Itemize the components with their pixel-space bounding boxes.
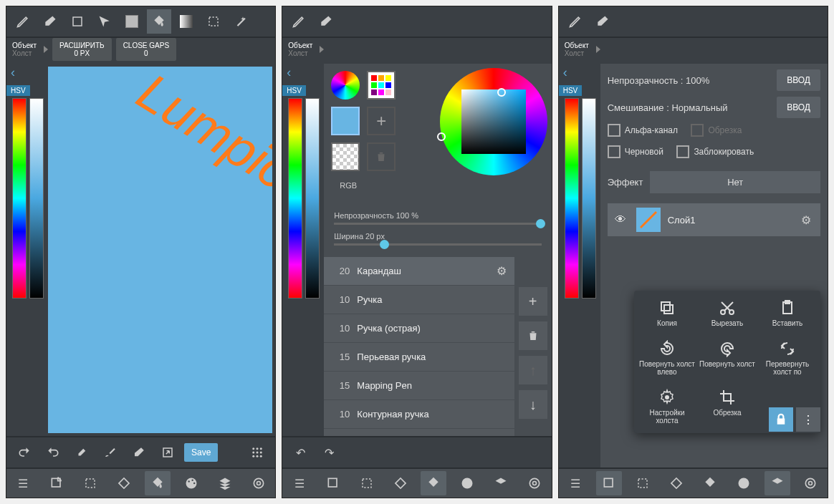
bucket-nav-icon[interactable]	[697, 471, 723, 495]
hue-slider[interactable]	[12, 98, 27, 299]
tab-object[interactable]: Объект	[565, 42, 589, 49]
tab-canvas[interactable]: Холст	[565, 49, 589, 57]
blend-enter-button[interactable]: ВВОД	[777, 97, 820, 118]
opacity-enter-button[interactable]: ВВОД	[777, 69, 820, 91]
delete-brush-button[interactable]	[519, 321, 547, 350]
hsv-badge[interactable]: HSV	[282, 85, 306, 96]
saturation-slider[interactable]	[305, 98, 320, 299]
expand-chip[interactable]: РАСШИРИТЬ 0 PX	[52, 38, 112, 61]
brush-settings-icon[interactable]: ⚙	[489, 264, 514, 278]
eraser-icon[interactable]	[590, 9, 615, 34]
rotate-nav-icon[interactable]	[663, 471, 689, 495]
add-swatch-button[interactable]: +	[367, 107, 396, 135]
eraser-icon[interactable]	[38, 9, 62, 34]
menu-icon[interactable]: ☰	[10, 471, 36, 495]
redo-icon[interactable]	[41, 440, 65, 465]
pencil-icon[interactable]	[563, 9, 588, 34]
brush-row[interactable]: 50Пунктир	[324, 429, 514, 436]
alpha-checkbox[interactable]: Альфа-канал	[608, 124, 678, 137]
brush-row[interactable]: 15Mapping Pen	[324, 372, 514, 400]
wand-icon[interactable]	[229, 9, 253, 34]
tab-group[interactable]: Объект Холст	[562, 38, 592, 61]
rotate-left-action[interactable]: Повернуть холст влево	[638, 340, 696, 376]
brush-row[interactable]: 15Перьевая ручка	[324, 343, 514, 372]
undo-icon[interactable]: ↶	[288, 440, 312, 465]
back-icon[interactable]: ‹	[287, 65, 291, 80]
brush-icon[interactable]	[98, 440, 123, 465]
drawing-canvas[interactable]: Lumpics	[48, 67, 272, 433]
pencil-icon[interactable]	[11, 9, 35, 34]
visibility-icon[interactable]: 👁	[612, 213, 629, 226]
new-icon[interactable]	[320, 471, 346, 495]
layer-settings-icon[interactable]: ⚙	[796, 213, 816, 227]
paste-action[interactable]: Вставить	[759, 299, 816, 327]
delete-swatch-icon[interactable]	[367, 142, 396, 171]
palette-nav-icon[interactable]	[178, 471, 204, 495]
eraser-small-icon[interactable]	[127, 440, 151, 465]
brush-list[interactable]: 20Карандаш⚙10Ручка10Ручка (острая)15Перь…	[324, 257, 514, 436]
layer-item[interactable]: 👁 Слой1 ⚙	[608, 203, 820, 236]
flip-action[interactable]: Перевернуть холст по	[759, 340, 816, 376]
shape-icon[interactable]	[65, 9, 90, 34]
gradient-icon[interactable]	[174, 9, 198, 34]
target-nav-icon[interactable]	[797, 471, 823, 495]
gray-swatch[interactable]	[120, 9, 144, 34]
export-icon[interactable]	[155, 440, 180, 465]
bucket-nav-icon[interactable]	[421, 471, 446, 495]
rotate-nav-icon[interactable]	[111, 471, 137, 495]
colorwheel-swatch[interactable]	[331, 71, 360, 100]
bucket-icon[interactable]	[147, 9, 171, 34]
saturation-slider[interactable]	[29, 98, 44, 299]
hue-slider[interactable]	[565, 98, 579, 299]
menu-icon[interactable]: ☰	[287, 471, 312, 495]
select-icon[interactable]	[201, 9, 226, 34]
brush-row[interactable]: 20Карандаш⚙	[324, 257, 514, 286]
brush-row[interactable]: 10Контурная ручка	[324, 400, 514, 429]
hsv-badge[interactable]: HSV	[559, 85, 583, 96]
grid-icon[interactable]	[245, 440, 269, 465]
save-button[interactable]: Save	[184, 443, 218, 462]
tab-canvas[interactable]: Холст	[288, 49, 312, 57]
select-nav-icon[interactable]	[77, 471, 103, 495]
select-nav-icon[interactable]	[354, 471, 380, 495]
saturation-slider[interactable]	[582, 98, 596, 299]
eraser-icon[interactable]	[314, 9, 338, 34]
hsv-badge[interactable]: HSV	[6, 85, 30, 96]
tab-object[interactable]: Объект	[288, 42, 312, 49]
move-icon[interactable]	[92, 9, 117, 34]
tab-object[interactable]: Объект	[12, 42, 37, 49]
palette-nav-icon[interactable]	[454, 471, 480, 495]
back-icon[interactable]: ‹	[11, 65, 15, 80]
more-button[interactable]: ⋮	[796, 407, 820, 432]
layers-nav-icon[interactable]	[212, 471, 238, 495]
color-wheel[interactable]	[440, 68, 547, 175]
redo-icon[interactable]: ↷	[317, 440, 341, 465]
layers-nav-icon[interactable]	[764, 471, 790, 495]
move-down-button[interactable]: ↓	[519, 390, 547, 419]
select-nav-icon[interactable]	[630, 471, 656, 495]
width-slider[interactable]	[334, 243, 541, 246]
opacity-slider[interactable]	[334, 223, 541, 225]
tab-group[interactable]: Объект Холст	[9, 38, 39, 61]
back-icon[interactable]: ‹	[563, 65, 567, 80]
current-color-swatch[interactable]	[331, 107, 360, 135]
palette-swatch[interactable]	[367, 71, 396, 100]
canvas-settings-action[interactable]: Настройки холста	[638, 389, 696, 425]
cut-action[interactable]: Вырезать	[699, 299, 756, 327]
pencil-icon[interactable]	[287, 9, 311, 34]
effect-button[interactable]: Нет	[650, 171, 820, 193]
lock-button[interactable]	[769, 407, 793, 432]
move-up-button[interactable]: ↑	[519, 356, 547, 384]
rgb-label[interactable]: RGB	[331, 178, 396, 193]
eyedropper-icon[interactable]	[70, 440, 94, 465]
lock-checkbox[interactable]: Заблокировать	[676, 145, 754, 158]
draft-checkbox[interactable]: Черновой	[608, 145, 663, 158]
brush-row[interactable]: 10Ручка (острая)	[324, 314, 514, 343]
copy-action[interactable]: Копия	[638, 299, 696, 327]
close-gaps-chip[interactable]: CLOSE GAPS 0	[116, 38, 176, 61]
tab-canvas[interactable]: Холст	[12, 49, 37, 57]
rotate-nav-icon[interactable]	[388, 471, 413, 495]
transparent-swatch[interactable]	[331, 142, 360, 171]
rotate-action[interactable]: Повернуть холст	[699, 340, 756, 376]
new-icon[interactable]	[596, 471, 622, 495]
